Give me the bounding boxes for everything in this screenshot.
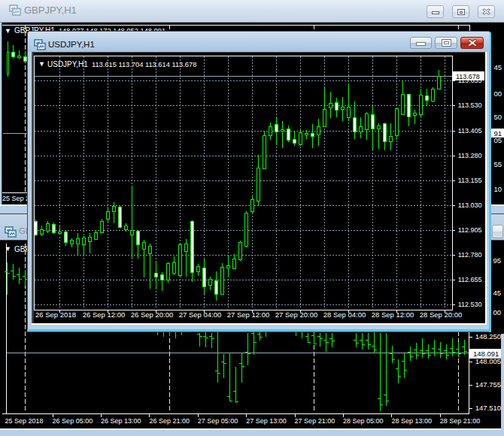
- svg-text:26 Sep 2018: 26 Sep 2018: [35, 310, 76, 319]
- svg-text:28 Sep 04:00: 28 Sep 04:00: [323, 310, 366, 319]
- svg-text:113.678: 113.678: [456, 73, 480, 80]
- svg-text:112.530: 112.530: [458, 301, 482, 308]
- svg-text:113.030: 113.030: [458, 201, 482, 209]
- svg-text:28 Sep 20:00: 28 Sep 20:00: [420, 310, 463, 319]
- svg-text:112.780: 112.780: [458, 251, 482, 259]
- svg-text:26 Sep 20:00: 26 Sep 20:00: [131, 310, 174, 319]
- svg-text:USDJPY,H1 113.615 113.704 113: USDJPY,H1 113.615 113.704 113.614 113.67…: [47, 60, 196, 68]
- svg-text:112.655: 112.655: [458, 276, 482, 283]
- svg-text:28 Sep 12:00: 28 Sep 12:00: [372, 310, 414, 319]
- svg-text:27 Sep 04:00: 27 Sep 04:00: [179, 310, 222, 319]
- svg-text:113.530: 113.530: [458, 101, 482, 109]
- svg-text:27 Sep 20:00: 27 Sep 20:00: [275, 310, 318, 319]
- svg-text:112.905: 112.905: [458, 226, 482, 234]
- svg-text:113.405: 113.405: [458, 127, 482, 135]
- svg-text:▼: ▼: [38, 60, 45, 68]
- svg-text:26 Sep 12:00: 26 Sep 12:00: [83, 310, 126, 319]
- svg-text:113.155: 113.155: [458, 177, 482, 184]
- svg-text:113.280: 113.280: [458, 152, 482, 159]
- svg-text:27 Sep 12:00: 27 Sep 12:00: [227, 310, 270, 319]
